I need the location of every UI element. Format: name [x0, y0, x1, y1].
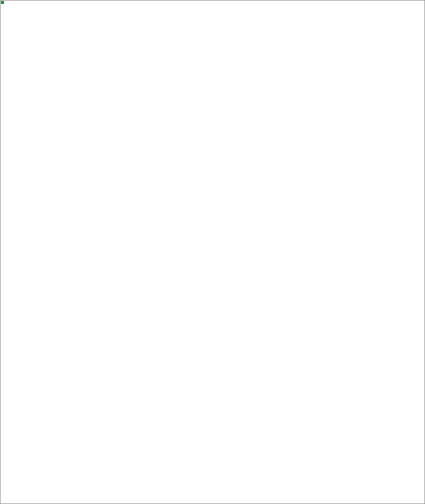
selection-outline: [0, 0, 2, 2]
selection-fill-handle[interactable]: [0, 0, 4, 4]
spreadsheet-viewport[interactable]: [0, 0, 425, 504]
